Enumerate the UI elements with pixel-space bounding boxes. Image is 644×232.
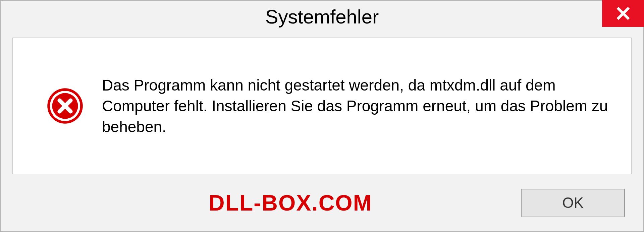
error-message: Das Programm kann nicht gestartet werden… xyxy=(102,75,611,137)
content-area: Das Programm kann nicht gestartet werden… xyxy=(12,38,632,174)
watermark-text: DLL-BOX.COM xyxy=(209,190,372,216)
close-icon xyxy=(616,6,630,20)
footer: DLL-BOX.COM OK xyxy=(1,183,643,231)
titlebar: Systemfehler xyxy=(1,1,643,33)
ok-button[interactable]: OK xyxy=(521,189,625,217)
dialog-title: Systemfehler xyxy=(265,5,379,28)
error-icon xyxy=(47,88,84,124)
close-button[interactable] xyxy=(602,0,644,27)
error-dialog: Systemfehler Das Programm kann nicht ges… xyxy=(0,0,644,232)
ok-button-label: OK xyxy=(562,194,584,211)
